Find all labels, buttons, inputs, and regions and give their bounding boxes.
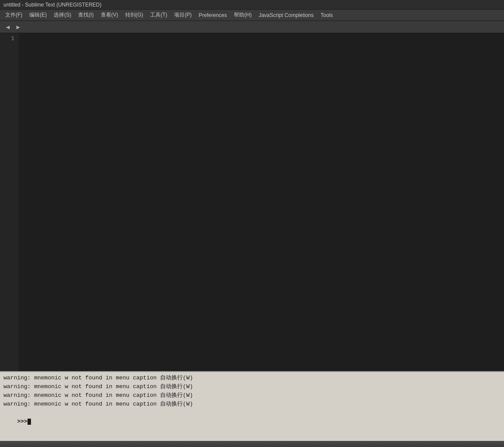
title-bar-text: untitled - Sublime Text (UNREGISTERED)	[3, 2, 102, 8]
menu-view[interactable]: 查看(V)	[97, 10, 122, 20]
editor-area: 1	[0, 33, 504, 371]
horizontal-scrollbar[interactable]	[0, 441, 504, 447]
menu-file[interactable]: 文件(F)	[2, 10, 26, 20]
line-number-1: 1	[0, 35, 18, 43]
menu-bar: 文件(F) 编辑(E) 选择(S) 查找(I) 查看(V) 转到(G) 工具(T…	[0, 10, 504, 21]
toolbar: ◄ ►	[0, 21, 504, 33]
toolbar-forward-button[interactable]: ►	[13, 23, 24, 31]
menu-project[interactable]: 项目(P)	[171, 10, 195, 20]
menu-goto[interactable]: 转到(G)	[122, 10, 147, 20]
menu-tools[interactable]: 工具(T)	[147, 10, 171, 20]
title-bar: untitled - Sublime Text (UNREGISTERED)	[0, 0, 504, 10]
menu-preferences[interactable]: Preferences	[195, 11, 230, 19]
menu-js-completions[interactable]: JavaScript Completions	[255, 11, 317, 19]
menu-find[interactable]: 查找(I)	[75, 10, 97, 20]
console-area[interactable]: warning: mnemonic w not found in menu ca…	[0, 371, 504, 441]
console-cursor	[27, 419, 31, 425]
scrollbar-area[interactable]	[0, 441, 504, 447]
code-area[interactable]	[18, 33, 504, 371]
console-prompt-text: >>>	[17, 418, 27, 425]
menu-edit[interactable]: 编辑(E)	[26, 10, 50, 20]
toolbar-back-button[interactable]: ◄	[3, 23, 13, 31]
console-line-2: warning: mnemonic w not found in menu ca…	[3, 391, 501, 400]
console-line-1: warning: mnemonic w not found in menu ca…	[3, 382, 501, 391]
line-numbers: 1	[0, 33, 18, 371]
menu-select[interactable]: 选择(S)	[50, 10, 75, 20]
menu-tools2[interactable]: Tools	[317, 11, 336, 19]
console-prompt[interactable]: >>>	[3, 409, 501, 435]
console-line-0: warning: mnemonic w not found in menu ca…	[3, 374, 501, 382]
console-line-3: warning: mnemonic w not found in menu ca…	[3, 400, 501, 409]
menu-help[interactable]: 帮助(H)	[230, 10, 255, 20]
